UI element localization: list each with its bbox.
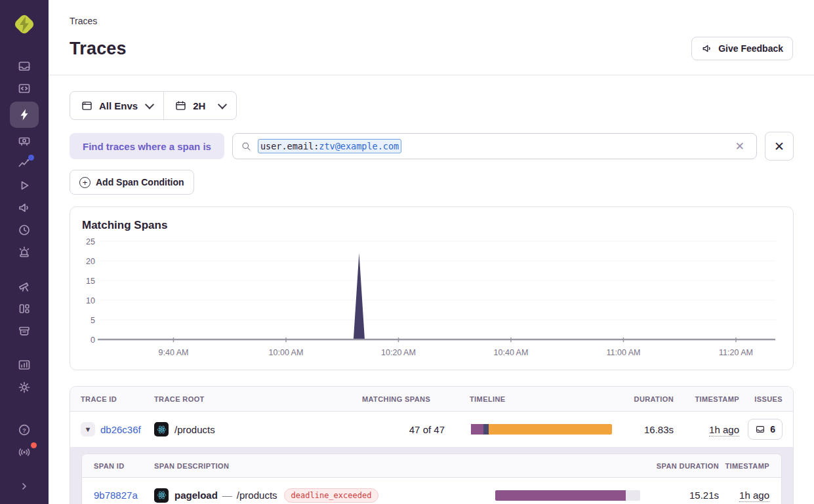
calendar-icon (174, 100, 187, 112)
time-range-label: 2H (193, 100, 205, 111)
span-condition-row: Find traces where a span is user.email:z… (70, 132, 794, 161)
time-range-filter[interactable]: 2H (163, 92, 236, 119)
sidebar-item-settings[interactable] (10, 376, 39, 398)
sidebar-item-dashboards[interactable] (10, 298, 39, 320)
col-matching-spans: Matching Spans (361, 395, 446, 403)
window-icon (81, 100, 93, 112)
svg-text:11:20 AM: 11:20 AM (719, 348, 753, 357)
give-feedback-button[interactable]: Give Feedback (691, 37, 793, 60)
svg-text:11:00 AM: 11:00 AM (607, 348, 641, 357)
add-span-condition-button[interactable]: + Add Span Condition (70, 170, 194, 195)
span-status-badge: deadline_exceeded (284, 488, 379, 503)
matching-spans-chart[interactable]: 05101520259:40 AM10:00 AM10:20 AM10:40 A… (81, 232, 781, 360)
archive-box-icon (17, 324, 31, 338)
delete-condition-button[interactable]: ✕ (765, 132, 794, 161)
sidebar-item-crons[interactable] (10, 219, 39, 241)
col-timestamp: Timestamp (675, 395, 741, 403)
col-span-id: Span ID (82, 462, 154, 470)
col-duration: Duration (613, 395, 675, 403)
sidebar-footer: ? (10, 419, 39, 504)
give-feedback-label: Give Feedback (718, 43, 783, 54)
filter-bar: All Envs 2H (70, 91, 237, 120)
trace-duration: 16.83s (613, 424, 675, 435)
span-id-link[interactable]: 9b78827a (94, 490, 138, 501)
sidebar-item-stats[interactable] (10, 354, 39, 376)
chevron-right-icon (17, 479, 31, 494)
sidebar-item-traces[interactable] (10, 102, 39, 128)
sidebar-item-help[interactable]: ? (10, 419, 39, 441)
traces-table: Trace ID Trace Root Matching Spans Timel… (70, 386, 794, 504)
find-traces-label: Find traces where a span is (70, 133, 224, 159)
play-icon (17, 178, 31, 193)
col-span-description: Span Description (154, 462, 495, 470)
sidebar-item-explore[interactable] (10, 77, 39, 100)
col-trace-id: Trace ID (70, 395, 153, 403)
page-header: Traces Traces Give Feedback (49, 0, 814, 75)
search-token[interactable]: user.email:ztv@example.com (258, 139, 401, 153)
sentry-logo-icon[interactable] (10, 10, 38, 38)
megaphone-icon (701, 43, 713, 54)
spans-table-header: Span ID Span Description Span Duration T… (82, 454, 781, 478)
react-icon (154, 488, 169, 503)
chart-title: Matching Spans (82, 219, 783, 232)
issues-icon (755, 424, 765, 435)
gear-icon (17, 380, 31, 395)
svg-text:10:00 AM: 10:00 AM (269, 348, 304, 357)
sidebar-item-discover[interactable] (10, 275, 39, 298)
span-operation: pageload (174, 490, 218, 501)
sidebar-nav (0, 55, 49, 398)
sidebar-item-metrics[interactable] (10, 152, 39, 174)
sidebar-item-replays[interactable] (10, 174, 39, 197)
span-search-input[interactable]: user.email:ztv@example.com ✕ (232, 133, 757, 159)
clear-search-button[interactable]: ✕ (731, 138, 748, 155)
svg-text:25: 25 (86, 237, 95, 246)
span-row[interactable]: 9b78827a (82, 478, 781, 504)
svg-text:9:40 AM: 9:40 AM (159, 348, 189, 357)
trace-row[interactable]: ▼ db26c36f (70, 412, 793, 447)
code-folder-icon (17, 81, 31, 96)
notification-dot-blue (28, 155, 34, 161)
trace-issues-button[interactable]: 6 (748, 419, 783, 440)
telescope-icon (17, 279, 31, 294)
main-area: Traces Traces Give Feedback All Env (49, 0, 814, 504)
notification-dot-red (31, 442, 37, 448)
col-span-timestamp: Timestamp (719, 462, 781, 470)
search-token-value: ztv@example.com (319, 141, 399, 151)
lightning-bolt-icon (17, 107, 31, 122)
svg-text:15: 15 (86, 277, 95, 286)
matching-spans-value: 47 of 47 (361, 424, 446, 435)
megaphone-icon (17, 201, 31, 215)
issues-count: 6 (770, 424, 775, 435)
span-timeline-bar[interactable] (495, 490, 640, 501)
svg-text:5: 5 (91, 316, 95, 325)
sidebar-collapse-button[interactable] (10, 475, 39, 497)
sidebar-item-releases[interactable] (10, 320, 39, 342)
app-window: ? Traces Traces (0, 0, 814, 504)
trace-timeline-bar[interactable] (470, 424, 612, 435)
span-timestamp[interactable]: 1h ago (739, 490, 769, 502)
breadcrumb[interactable]: Traces (70, 16, 793, 26)
spans-table: Span ID Span Description Span Duration T… (81, 454, 782, 504)
sidebar-item-insights[interactable] (10, 130, 39, 152)
svg-text:0: 0 (91, 336, 95, 345)
issues-icon (17, 59, 31, 73)
environment-filter-label: All Envs (99, 100, 138, 111)
environment-filter[interactable]: All Envs (70, 92, 163, 119)
sidebar-item-feedback[interactable] (10, 197, 39, 219)
svg-text:10:40 AM: 10:40 AM (494, 348, 529, 357)
span-description: /products (237, 490, 277, 501)
col-trace-root: Trace Root (153, 395, 361, 403)
trace-timestamp[interactable]: 1h ago (709, 424, 739, 436)
bar-stats-icon (17, 358, 31, 372)
sidebar-item-alerts[interactable] (10, 241, 39, 263)
matching-spans-chart-panel: Matching Spans 05101520259:40 AM10:00 AM… (70, 206, 794, 370)
svg-text:?: ? (22, 427, 26, 434)
siren-icon (17, 245, 31, 260)
sidebar-item-whats-new[interactable] (10, 441, 39, 463)
collapse-row-button[interactable]: ▼ (81, 422, 95, 436)
sidebar-item-issues[interactable] (10, 55, 39, 77)
trace-id-link[interactable]: db26c36f (100, 424, 141, 435)
span-duration: 15.21s (653, 490, 719, 501)
expanded-spans-section: Span ID Span Description Span Duration T… (70, 447, 793, 504)
broadcast-icon (17, 445, 31, 459)
